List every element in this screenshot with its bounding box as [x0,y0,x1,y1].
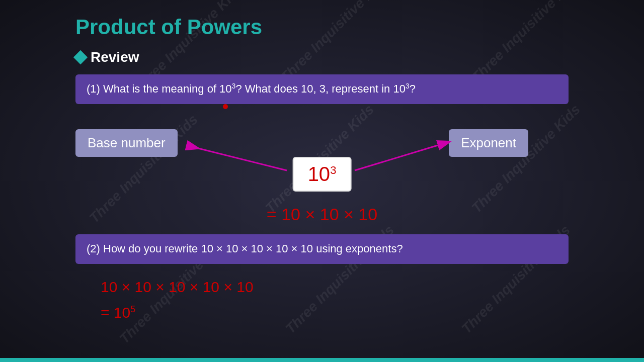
solution-line-2: = 105 [101,300,569,325]
question-1-text: (1) What is the meaning of 103? What doe… [87,82,416,95]
base-number-label: Base number [88,135,166,150]
notation-exp: 3 [330,164,336,176]
question-2-box: (2) How do you rewrite 10 × 10 × 10 × 10… [75,234,569,264]
bottom-bar [0,358,644,362]
notation-box: 103 [293,157,352,192]
notation-base: 10 [308,163,331,185]
solution-exp: 5 [130,304,135,314]
exponent-label: Exponent [461,135,516,150]
page-title: Product of Powers [75,15,569,39]
solution-line-1: 10 × 10 × 10 × 10 × 10 [101,274,569,300]
equals-expression-1: = 10 × 10 × 10 [75,205,569,224]
question-2-text: (2) How do you rewrite 10 × 10 × 10 × 10… [87,242,403,255]
review-label: Review [91,49,139,65]
solution-equals: = 10 [101,304,130,321]
exponent-box: Exponent [449,129,528,157]
review-row: Review [75,49,569,65]
equals-line-text: = 10 × 10 × 10 [267,205,377,224]
cursor-dot [223,104,228,109]
svg-line-3 [355,145,438,170]
solution-area: 10 × 10 × 10 × 10 × 10 = 105 [75,274,569,325]
svg-line-2 [186,145,287,170]
diamond-icon [73,50,88,64]
question-1-box: (1) What is the meaning of 103? What doe… [75,74,569,104]
diagram-area: Base number Exponent 103 [75,114,569,200]
base-number-box: Base number [75,129,178,157]
